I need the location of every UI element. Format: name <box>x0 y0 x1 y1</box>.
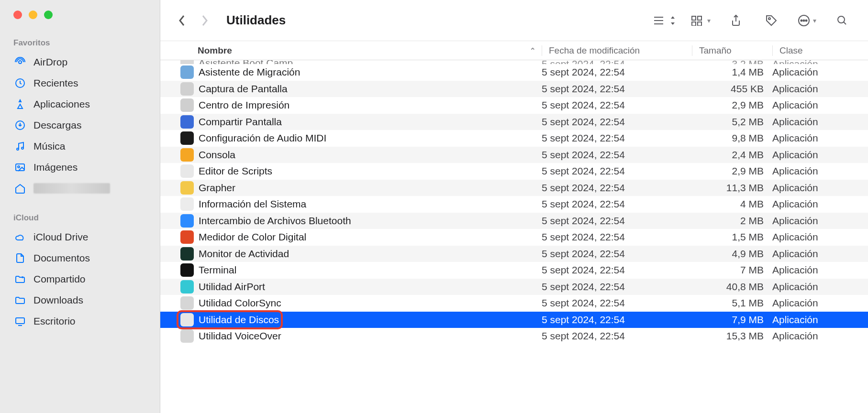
file-size: 4,9 MB <box>692 248 772 260</box>
sidebar-item-icloud-drive[interactable]: iCloud Drive <box>0 227 160 248</box>
action-menu-button[interactable]: ▾ <box>796 11 817 30</box>
sidebar-item-label: Escritorio <box>33 315 76 327</box>
app-icon <box>180 82 194 96</box>
column-name[interactable]: Nombre ⌃ <box>198 45 542 56</box>
sidebar-item-home[interactable] <box>0 178 160 199</box>
file-name: Terminal <box>199 264 236 276</box>
file-date: 5 sept 2024, 22:54 <box>542 165 692 177</box>
music-icon <box>13 140 27 153</box>
table-row[interactable]: Centro de Impresión5 sept 2024, 22:542,9… <box>160 97 868 114</box>
file-kind: Aplicación <box>772 132 868 144</box>
file-kind: Aplicación <box>772 198 868 210</box>
file-size: 5,2 MB <box>692 116 772 128</box>
table-row[interactable]: Utilidad de Discos5 sept 2024, 22:547,9 … <box>160 312 868 328</box>
file-date: 5 sept 2024, 22:54 <box>542 99 692 111</box>
app-icon <box>180 65 194 79</box>
file-date: 5 sept 2024, 22:54 <box>542 149 692 161</box>
table-row[interactable]: Captura de Pantalla5 sept 2024, 22:54455… <box>160 81 868 98</box>
window-title: Utilidades <box>226 13 286 28</box>
back-button[interactable] <box>176 12 188 29</box>
column-kind[interactable]: Clase <box>772 45 868 56</box>
minimize-button[interactable] <box>29 11 37 19</box>
sidebar-item-airdrop[interactable]: AirDrop <box>0 52 160 73</box>
share-button[interactable] <box>725 11 746 30</box>
sidebar-item-documentos[interactable]: Documentos <box>0 248 160 269</box>
view-list-button[interactable] <box>653 11 676 30</box>
file-kind: Aplicación <box>772 297 868 309</box>
file-name: Grapher <box>199 182 235 194</box>
chevron-down-icon: ▾ <box>707 17 711 24</box>
close-button[interactable] <box>13 11 22 19</box>
file-kind: Aplicación <box>772 215 868 227</box>
file-name: Consola <box>199 149 235 161</box>
file-size: 7,9 MB <box>692 314 772 326</box>
sidebar-item-aplicaciones[interactable]: Aplicaciones <box>0 94 160 115</box>
sidebar-item-escritorio[interactable]: Escritorio <box>0 311 160 332</box>
desktop-icon <box>13 315 27 328</box>
forward-button[interactable] <box>199 12 211 29</box>
sidebar-item-label: iCloud Drive <box>33 231 88 243</box>
file-date: 5 sept 2024, 22:54 <box>542 116 692 128</box>
svg-rect-8 <box>16 318 24 324</box>
table-row[interactable]: Editor de Scripts5 sept 2024, 22:542,9 M… <box>160 163 868 180</box>
fullscreen-button[interactable] <box>44 11 53 19</box>
table-row-partial[interactable]: Asistente Boot Camp 5 sept 2024, 22:54 3… <box>160 60 868 64</box>
file-kind: Aplicación <box>772 330 868 342</box>
file-date: 5 sept 2024, 22:54 <box>542 264 692 276</box>
table-row[interactable]: Intercambio de Archivos Bluetooth5 sept … <box>160 213 868 229</box>
table-row[interactable]: Medidor de Color Digital5 sept 2024, 22:… <box>160 229 868 246</box>
file-size: 1,4 MB <box>692 66 772 78</box>
file-name: Intercambio de Archivos Bluetooth <box>199 215 351 227</box>
window-controls <box>0 11 160 19</box>
sidebar-item-label: Descargas <box>33 120 81 131</box>
sidebar-item-musica[interactable]: Música <box>0 136 160 157</box>
file-size: 11,3 MB <box>692 182 772 194</box>
table-row[interactable]: Utilidad VoiceOver5 sept 2024, 22:5415,3… <box>160 328 868 345</box>
table-row[interactable]: Configuración de Audio MIDI5 sept 2024, … <box>160 130 868 147</box>
cloud-icon <box>13 230 27 244</box>
svg-point-0 <box>19 61 22 64</box>
table-row[interactable]: Utilidad ColorSync5 sept 2024, 22:545,1 … <box>160 295 868 312</box>
file-kind: Aplicación <box>772 231 868 243</box>
sidebar-item-descargas[interactable]: Descargas <box>0 115 160 136</box>
file-date: 5 sept 2024, 22:54 <box>542 314 692 326</box>
table-row[interactable]: Monitor de Actividad5 sept 2024, 22:544,… <box>160 246 868 262</box>
file-list[interactable]: Asistente Boot Camp 5 sept 2024, 22:54 3… <box>160 60 868 413</box>
file-kind: Aplicación <box>772 99 868 111</box>
file-date: 5 sept 2024, 22:54 <box>542 66 692 78</box>
toolbar: Utilidades ▾ ▾ <box>160 0 868 41</box>
images-icon <box>13 161 27 174</box>
app-icon <box>180 263 194 277</box>
sidebar-item-downloads[interactable]: Downloads <box>0 290 160 311</box>
table-row[interactable]: Consola5 sept 2024, 22:542,4 MBAplicació… <box>160 147 868 163</box>
tag-button[interactable] <box>761 11 782 30</box>
column-date[interactable]: Fecha de modificación <box>542 45 692 56</box>
column-size[interactable]: Tamaño <box>692 45 772 56</box>
clock-icon <box>13 76 27 90</box>
file-name: Centro de Impresión <box>199 99 289 111</box>
table-row[interactable]: Terminal5 sept 2024, 22:547 MBAplicación <box>160 262 868 279</box>
svg-point-20 <box>805 20 807 21</box>
table-row[interactable]: Asistente de Migración5 sept 2024, 22:54… <box>160 64 868 81</box>
sidebar-item-compartido[interactable]: Compartido <box>0 269 160 290</box>
group-button[interactable]: ▾ <box>690 11 711 30</box>
app-icon <box>180 164 194 178</box>
sidebar-item-imagenes[interactable]: Imágenes <box>0 157 160 178</box>
redacted-label <box>33 183 110 194</box>
file-kind: Aplicación <box>772 248 868 260</box>
file-size: 2,4 MB <box>692 149 772 161</box>
table-row[interactable]: Grapher5 sept 2024, 22:5411,3 MBAplicaci… <box>160 180 868 196</box>
search-button[interactable] <box>832 11 853 30</box>
app-icon <box>180 181 194 195</box>
app-icon <box>180 313 194 326</box>
sidebar-item-label: Documentos <box>33 252 90 264</box>
sidebar-item-recientes[interactable]: Recientes <box>0 73 160 94</box>
finder-window: Favoritos AirDrop Recientes Aplicaciones… <box>0 0 868 413</box>
download-icon <box>13 119 27 132</box>
file-name: Utilidad AirPort <box>199 281 265 293</box>
app-icon <box>180 148 194 162</box>
airdrop-icon <box>13 55 27 69</box>
table-row[interactable]: Compartir Pantalla5 sept 2024, 22:545,2 … <box>160 114 868 130</box>
table-row[interactable]: Utilidad AirPort5 sept 2024, 22:5440,8 M… <box>160 279 868 295</box>
table-row[interactable]: Información del Sistema5 sept 2024, 22:5… <box>160 196 868 213</box>
